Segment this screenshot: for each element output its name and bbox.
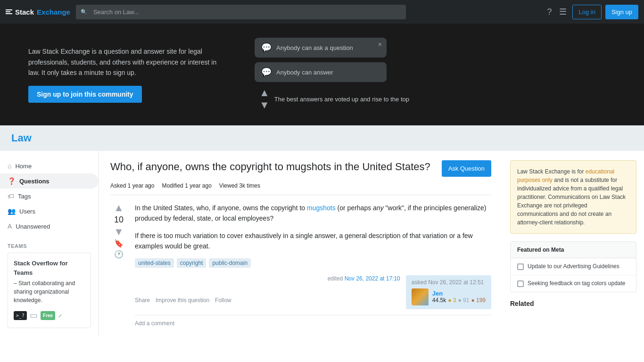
mugshots-link[interactable]: mugshots bbox=[307, 204, 336, 212]
community-header: Law bbox=[0, 125, 644, 151]
tag-copyright[interactable]: copyright bbox=[177, 258, 206, 268]
sidebar-label-home: Home bbox=[15, 163, 32, 170]
follow-link[interactable]: Follow bbox=[215, 297, 231, 304]
user-info: Jen 44.5k ● 3 ● 91 ● 199 bbox=[412, 288, 486, 305]
sidebar-item-unanswered[interactable]: A Unanswered bbox=[0, 219, 99, 234]
teams-card: Stack Overflow for Teams – Start collabo… bbox=[8, 253, 91, 328]
vote-triangle-icon: ▲▼ bbox=[259, 87, 270, 111]
teams-terminal-icon[interactable]: >_? bbox=[14, 311, 27, 320]
question-text-2: If there is too much variation to cover … bbox=[135, 230, 491, 252]
users-icon: 👥 bbox=[8, 207, 16, 215]
sidebar-item-home[interactable]: ⌂ Home bbox=[0, 158, 99, 173]
home-icon: ⌂ bbox=[8, 162, 11, 170]
asked-label: Asked 1 year ago bbox=[110, 182, 154, 189]
chat-icon-ask: 💬 bbox=[261, 42, 272, 53]
bookmark-icon[interactable]: 🔖 bbox=[114, 239, 124, 248]
tag-united-states[interactable]: united-states bbox=[135, 258, 174, 268]
question-meta: Asked 1 year ago Modified 1 year ago Vie… bbox=[110, 182, 491, 195]
edit-info: edited Nov 26, 2022 at 17:10 bbox=[328, 275, 400, 282]
inbox-icon[interactable]: ☰ bbox=[557, 5, 569, 19]
vote-count: 10 bbox=[114, 215, 124, 225]
silver-badge: ● 91 bbox=[458, 297, 469, 304]
teams-section: TEAMS Stack Overflow for Teams – Start c… bbox=[0, 243, 99, 328]
featured-item-feedback[interactable]: Seeking feedback on tag colors update bbox=[511, 275, 636, 292]
tags-icon: 🏷 bbox=[8, 192, 14, 200]
history-icon[interactable]: 🕐 bbox=[114, 250, 124, 259]
add-comment[interactable]: Add a comment bbox=[135, 315, 491, 327]
help-icon[interactable]: ? bbox=[545, 5, 553, 19]
featured-text-feedback: Seeking feedback on tag colors update bbox=[528, 280, 625, 287]
downvote-button[interactable]: ▼ bbox=[114, 227, 124, 237]
info-text-after: and is not a substitute for individualiz… bbox=[517, 177, 626, 226]
improve-link[interactable]: Improve this question bbox=[156, 297, 209, 304]
viewed-label: Viewed 3k times bbox=[219, 182, 260, 189]
header: StackExchange ? ☰ Log in Sign up bbox=[0, 0, 644, 24]
banner-bubble-answer: 💬 Anybody can answer bbox=[255, 62, 387, 82]
right-sidebar: Law Stack Exchange is for educational pu… bbox=[503, 151, 644, 336]
featured-item-advertising[interactable]: Update to our Advertising Guidelines bbox=[511, 258, 636, 275]
sidebar-label-unanswered: Unanswered bbox=[16, 223, 50, 230]
teams-graphic: ▭ bbox=[30, 309, 38, 322]
featured-header: Featured on Meta bbox=[511, 242, 636, 258]
logo-stack: Stack bbox=[15, 8, 34, 16]
unanswered-icon: A bbox=[8, 222, 12, 230]
ask-question-button[interactable]: Ask Question bbox=[442, 160, 491, 177]
question-header: Who, if anyone, owns the copyright to mu… bbox=[110, 160, 491, 177]
upvote-button[interactable]: ▲ bbox=[114, 203, 124, 213]
featured-box: Featured on Meta Update to our Advertisi… bbox=[510, 241, 636, 292]
user-name[interactable]: Jen bbox=[432, 290, 486, 297]
search-bar[interactable] bbox=[76, 5, 406, 19]
sidebar-item-tags[interactable]: 🏷 Tags bbox=[0, 189, 99, 204]
logo-exchange: Exchange bbox=[37, 8, 70, 16]
asked-label-card: asked Nov 26, 2022 at 12:51 bbox=[412, 279, 486, 286]
main-layout: ⌂ Home ❓ Questions 🏷 Tags 👥 Users A Unan… bbox=[0, 151, 644, 336]
banner-description: Law Stack Exchange is a question and ans… bbox=[28, 46, 226, 78]
banner-feature-vote: The best answers are voted up and rise t… bbox=[274, 96, 409, 103]
banner-text: Law Stack Exchange is a question and ans… bbox=[28, 46, 226, 102]
asked-time-card: Nov 26, 2022 at 12:51 bbox=[428, 279, 484, 286]
info-box: Law Stack Exchange is for educational pu… bbox=[510, 160, 636, 234]
banner-feature-ask: Anybody can ask a question bbox=[276, 44, 353, 51]
close-icon[interactable]: × bbox=[378, 41, 382, 48]
user-rep: 44.5k ● 3 ● 91 ● 199 bbox=[432, 297, 486, 304]
vote-column: ▲ 10 ▼ 🔖 🕐 bbox=[110, 203, 127, 327]
edited-label: edited bbox=[328, 275, 343, 282]
sidebar-item-users[interactable]: 👥 Users bbox=[0, 204, 99, 219]
free-badge: Free bbox=[41, 311, 55, 320]
banner: Law Stack Exchange is a question and ans… bbox=[0, 24, 644, 125]
question-body: ▲ 10 ▼ 🔖 🕐 In the United States, who, if… bbox=[110, 203, 491, 327]
banner-feature-answer: Anybody can answer bbox=[276, 69, 333, 76]
sidebar-label-tags: Tags bbox=[18, 193, 31, 200]
banner-bubble-ask: 💬 Anybody can ask a question × bbox=[255, 38, 387, 58]
logo[interactable]: StackExchange bbox=[6, 8, 70, 16]
sidebar: ⌂ Home ❓ Questions 🏷 Tags 👥 Users A Unan… bbox=[0, 151, 99, 336]
teams-title: Stack Overflow for Teams bbox=[14, 259, 85, 277]
sidebar-label-questions: Questions bbox=[19, 178, 50, 185]
teams-label: TEAMS bbox=[8, 243, 91, 249]
question-title: Who, if anyone, owns the copyright to mu… bbox=[110, 160, 434, 174]
viewed-count: 3k times bbox=[239, 182, 260, 189]
bronze-badge: ● 199 bbox=[471, 297, 486, 304]
chat-icon-answer: 💬 bbox=[261, 67, 272, 77]
edited-time[interactable]: Nov 26, 2022 at 17:10 bbox=[345, 275, 400, 282]
teams-desc: – Start collaborating and sharing organi… bbox=[14, 280, 75, 304]
info-text-before: Law Stack Exchange is for bbox=[517, 168, 586, 175]
join-community-button[interactable]: Sign up to join this community bbox=[28, 86, 142, 103]
sidebar-item-questions[interactable]: ❓ Questions bbox=[0, 173, 99, 189]
avatar bbox=[412, 288, 429, 305]
teams-bottom: >_? ▭ Free ✓ bbox=[14, 309, 85, 322]
login-button[interactable]: Log in bbox=[572, 5, 601, 19]
featured-text-advertising: Update to our Advertising Guidelines bbox=[528, 263, 619, 270]
share-link[interactable]: Share bbox=[135, 297, 150, 304]
header-actions: ? ☰ Log in Sign up bbox=[545, 5, 638, 19]
signup-button[interactable]: Sign up bbox=[605, 5, 638, 19]
check-icon: ✓ bbox=[58, 312, 63, 320]
community-name: Law bbox=[11, 132, 32, 144]
modified-time: 1 year ago bbox=[185, 182, 212, 189]
search-input[interactable] bbox=[76, 5, 406, 19]
sidebar-label-users: Users bbox=[19, 208, 35, 215]
banner-bubble-vote: ▲▼ The best answers are voted up and ris… bbox=[255, 87, 616, 111]
tag-public-domain[interactable]: public-domain bbox=[209, 258, 251, 268]
content-area: Who, if anyone, owns the copyright to mu… bbox=[99, 151, 503, 336]
related-header: Related bbox=[510, 300, 636, 307]
